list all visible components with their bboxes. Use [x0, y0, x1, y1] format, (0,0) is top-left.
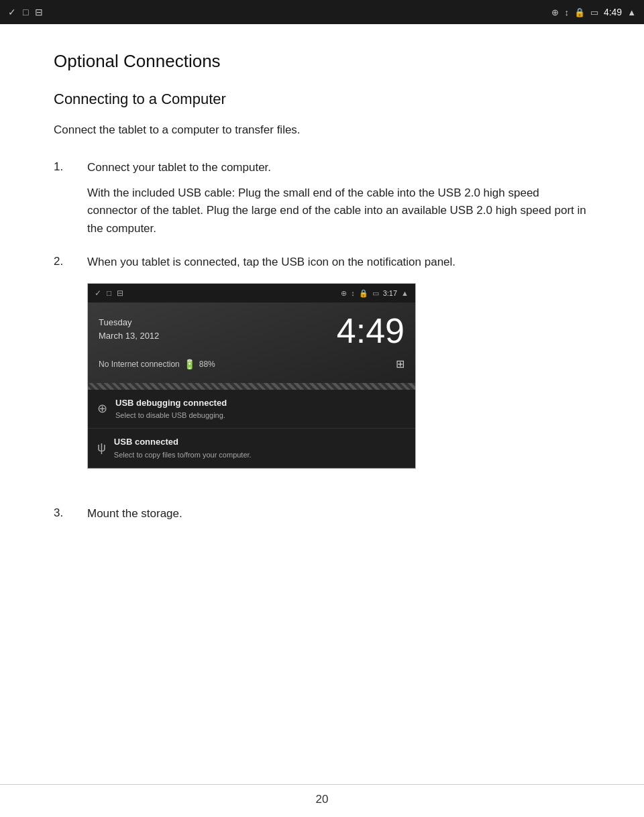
page-footer: 20 [0, 784, 644, 817]
ss-data-icon: ↕ [351, 288, 355, 299]
signal-icon: ▲ [627, 7, 636, 17]
ss-status-right: ⊕ ↕ 🔒 ▭ 3:17 ▲ [341, 288, 409, 299]
notif-title: USB connected [114, 435, 252, 449]
notif-subtitle: Select to copy files to/from your comput… [114, 449, 252, 461]
menu-icon: ⊟ [35, 7, 43, 17]
status-bar-right: ⊕ ↕ 🔒 ▭ 4:49 ▲ [551, 7, 636, 17]
step-content: When you tablet is connected, tap the US… [87, 254, 590, 489]
status-bar-left: ✓ □ ⊟ [8, 7, 43, 17]
ss-menu-icon: ⊟ [117, 287, 123, 300]
notification-panel: ⊕ USB debugging connected Select to disa… [88, 390, 415, 468]
notif-text-block: USB connected Select to copy files to/fr… [114, 435, 252, 460]
lock-info-bar: No Internet connection 🔋 88% ⊞ [99, 356, 405, 380]
list-item: 1. Connect your tablet to the computer. … [54, 159, 590, 237]
checkmark-icon: ✓ [8, 7, 16, 17]
step-sub-text: With the included USB cable: Plug the sm… [87, 184, 590, 237]
time-display: 4:49 [604, 7, 622, 17]
battery-percent: 88% [199, 358, 215, 371]
step-main-text: Connect your tablet to the computer. [87, 161, 271, 174]
notif-title: USB debugging connected [115, 396, 227, 410]
list-item: 3. Mount the storage. [54, 505, 590, 523]
step-number: 1. [54, 159, 87, 174]
page-number: 20 [316, 793, 329, 806]
lock-screen: Tuesday March 13, 2012 4:49 No Internet … [88, 303, 415, 383]
lock-time: 4:49 [337, 313, 405, 348]
ss-window-icon: □ [107, 287, 111, 300]
notification-divider [88, 383, 415, 390]
screenshot-image: ✓ □ ⊟ ⊕ ↕ 🔒 ▭ 3:17 ▲ [87, 283, 416, 468]
step-content: Connect your tablet to the computer. Wit… [87, 159, 590, 237]
ss-check-icon: ✓ [95, 287, 101, 300]
data-icon: ↕ [564, 7, 569, 17]
main-content: Optional Connections Connecting to a Com… [0, 24, 644, 784]
notification-item[interactable]: ψ USB connected Select to copy files to/… [88, 429, 415, 468]
list-item: 2. When you tablet is connected, tap the… [54, 254, 590, 489]
notif-subtitle: Select to disable USB debugging. [115, 410, 227, 421]
intro-text: Connect the tablet to a computer to tran… [54, 121, 590, 139]
notif-text-block: USB debugging connected Select to disabl… [115, 396, 227, 421]
usb-connected-icon: ψ [97, 439, 106, 457]
page-title: Optional Connections [54, 51, 590, 72]
adjust-icon: ⊞ [396, 356, 405, 373]
status-bar: ✓ □ ⊟ ⊕ ↕ 🔒 ▭ 4:49 ▲ [0, 0, 644, 24]
usb-debug-icon: ⊕ [97, 400, 107, 419]
no-internet-text: No Internet connection [99, 358, 180, 371]
section-title: Connecting to a Computer [54, 91, 590, 108]
steps-list: 1. Connect your tablet to the computer. … [54, 159, 590, 523]
ss-battery-icon: ▭ [372, 288, 379, 299]
lock-icon: 🔒 [574, 7, 585, 17]
screenshot-status-bar: ✓ □ ⊟ ⊕ ↕ 🔒 ▭ 3:17 ▲ [88, 284, 415, 303]
window-icon: □ [23, 7, 28, 17]
bluetooth-icon: ⊕ [551, 7, 559, 17]
step-main-text: Mount the storage. [87, 507, 182, 520]
lock-date: Tuesday [99, 316, 159, 329]
ss-bt-icon: ⊕ [341, 288, 347, 299]
step-number: 3. [54, 505, 87, 520]
battery-icon: ▭ [590, 7, 598, 17]
step-number: 2. [54, 254, 87, 268]
ss-status-left: ✓ □ ⊟ [95, 287, 123, 300]
step-content: Mount the storage. [87, 505, 590, 523]
ss-time: 3:17 [383, 288, 397, 299]
notification-item[interactable]: ⊕ USB debugging connected Select to disa… [88, 390, 415, 429]
step-main-text: When you tablet is connected, tap the US… [87, 256, 455, 268]
lock-left-info: No Internet connection 🔋 88% [99, 358, 215, 372]
ss-lock-icon: 🔒 [359, 288, 368, 299]
ss-signal-icon: ▲ [401, 288, 409, 299]
lock-date2: March 13, 2012 [99, 329, 159, 343]
ss-battery-small-icon: 🔋 [184, 358, 195, 372]
